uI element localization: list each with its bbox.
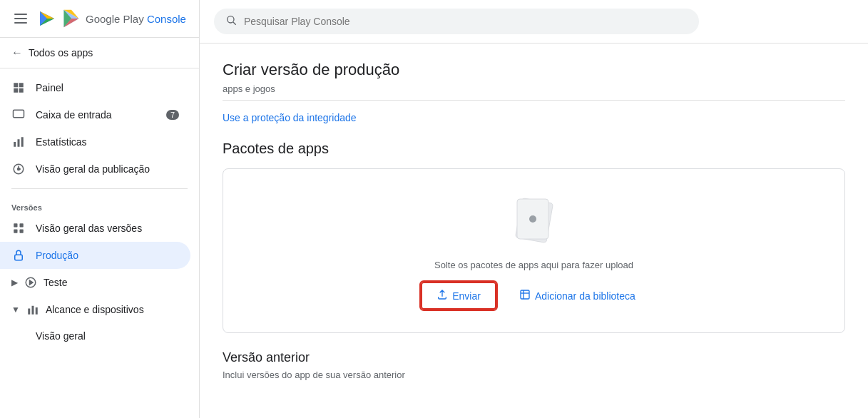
sidebar-item-estatisticas-label: Estatísticas [36,136,87,148]
sidebar-item-versoes-label: Visão geral das versões [36,223,142,234]
sidebar-item-caixa-label: Caixa de entrada [36,109,112,121]
sidebar-item-producao[interactable]: Produção [0,242,190,269]
lock-icon [11,249,26,262]
top-bar [200,0,868,44]
svg-point-24 [529,215,536,223]
svg-rect-6 [18,139,20,147]
sidebar-item-alcance-label: Alcance e dispositivos [46,304,144,315]
sidebar-item-painel-label: Painel [36,82,63,93]
nav-section-main: Painel Caixa de entrada 7 Estatísticas V… [0,68,199,188]
svg-rect-7 [21,137,24,147]
logo-text: Google Play Console [86,13,186,25]
versao-anterior-section: Versão anterior Inclui versões do app de… [223,350,845,380]
svg-rect-4 [14,110,24,118]
versao-anterior-subtitle: Inclui versões do app de sua versão ante… [223,369,845,380]
logo-area: Google Play Console [37,9,186,29]
back-to-all-apps[interactable]: ← Todos os apps [0,38,199,68]
upload-icon [436,289,448,302]
svg-rect-5 [14,142,16,147]
sidebar-item-estatisticas[interactable]: Estatísticas [0,128,190,156]
sidebar-item-publicacao-label: Visão geral da publicação [36,163,150,175]
library-icon [519,289,531,302]
page-subtitle: apps e jogos [223,83,845,94]
back-arrow-icon: ← [11,46,23,59]
expand-right-icon: ▶ [11,277,18,287]
sidebar-item-visao-geral[interactable]: Visão geral [0,323,190,349]
versao-anterior-title: Versão anterior [223,350,845,365]
search-box [214,9,699,34]
svg-point-20 [228,16,234,23]
enviar-label: Enviar [452,290,481,302]
bar-chart-icon [11,136,26,148]
svg-marker-16 [30,280,34,285]
play-logo-icon [37,9,57,29]
main-content: Criar versão de produção apps e jogos Us… [200,0,868,418]
svg-rect-25 [521,290,529,299]
sidebar-item-producao-label: Produção [36,250,78,261]
grid-icon [11,81,26,94]
divider-subtitle [223,100,845,101]
expand-down-icon: ▼ [11,305,20,315]
page-title: Criar versão de produção [223,61,845,79]
svg-rect-19 [36,307,38,315]
logo-console-text: Console [147,13,186,25]
clock-icon [11,163,26,175]
sidebar-item-versoes[interactable]: Visão geral das versões [0,215,190,242]
svg-rect-11 [20,223,24,227]
search-icon [225,14,237,29]
search-input[interactable] [244,16,688,27]
svg-point-9 [18,168,20,170]
biblioteca-label: Adicionar da biblioteca [535,290,635,302]
sidebar-item-publicacao[interactable]: Visão geral da publicação [0,156,190,183]
file-stack-icon [506,192,563,249]
versions-icon [11,222,26,235]
enviar-button[interactable]: Enviar [421,282,496,310]
sidebar-item-teste[interactable]: ▶ Teste [0,269,190,296]
svg-rect-18 [31,306,34,315]
bar-chart2-icon [26,303,40,316]
inbox-badge: 7 [166,110,179,120]
integrity-link[interactable]: Use a proteção da integridade [223,112,357,123]
sidebar-item-painel[interactable]: Painel [0,74,190,101]
upload-actions: Enviar Adicionar da biblioteca [421,282,647,310]
sidebar-item-visao-geral-label: Visão geral [36,330,86,342]
google-play-icon [61,9,81,29]
sidebar-item-caixa-entrada[interactable]: Caixa de entrada 7 [0,101,190,128]
biblioteca-button[interactable]: Adicionar da biblioteca [508,283,647,308]
svg-rect-14 [15,255,23,260]
svg-rect-10 [14,223,17,227]
upload-box: Solte os pacotes de apps aqui para fazer… [223,168,845,333]
upload-illustration [506,192,563,251]
sidebar-item-teste-label: Teste [44,277,67,288]
monitor-icon [11,108,26,121]
sidebar-header: Google Play Console [0,0,199,38]
svg-line-21 [233,22,236,25]
content-area: Criar versão de produção apps e jogos Us… [200,44,868,418]
hamburger-menu-button[interactable] [11,11,30,26]
svg-rect-17 [28,309,30,315]
upload-hint-text: Solte os pacotes de apps aqui para fazer… [434,260,633,270]
back-label: Todos os apps [29,47,93,58]
svg-rect-13 [20,230,24,233]
sidebar: Google Play Console ← Todos os apps Pain… [0,0,200,418]
section-label-versoes: Versões [0,195,199,215]
packages-title: Pacotes de apps [223,141,845,157]
nav-section-versoes: Versões Visão geral das versões Produção… [0,189,199,355]
svg-rect-12 [14,230,17,233]
play-circle-icon [24,276,38,289]
sidebar-item-alcance[interactable]: ▼ Alcance e dispositivos [0,296,190,323]
